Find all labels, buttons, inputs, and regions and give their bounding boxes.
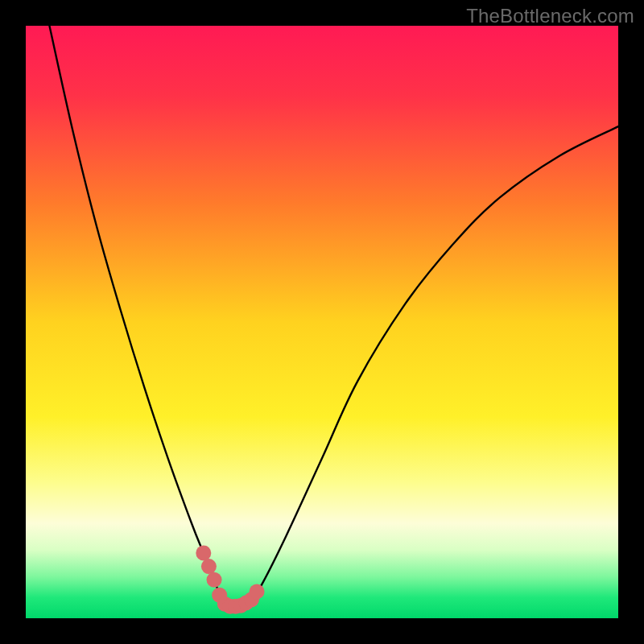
highlight-dot — [250, 584, 265, 599]
watermark-text: TheBottleneck.com — [466, 5, 634, 27]
highlight-dot — [201, 559, 217, 574]
highlight-dot — [207, 572, 222, 588]
plot-area — [26, 26, 618, 618]
bottleneck-curve — [26, 26, 618, 618]
chart-frame: TheBottleneck.com — [0, 0, 644, 644]
highlight-dot — [196, 546, 211, 561]
